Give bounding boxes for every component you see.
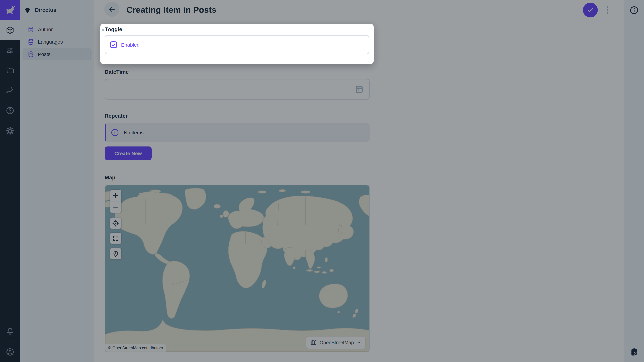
checkbox-checked-icon[interactable] xyxy=(110,41,117,48)
toggle-label: Toggle xyxy=(105,26,122,32)
checkbox-label: Enabled xyxy=(121,42,140,48)
field-edited-dot xyxy=(102,29,104,31)
toggle-field-card: Toggle Enabled xyxy=(100,24,374,64)
app-root: Creating Item in Posts DateTime Repeater… xyxy=(0,0,644,362)
toggle-input[interactable]: Enabled xyxy=(105,35,369,54)
